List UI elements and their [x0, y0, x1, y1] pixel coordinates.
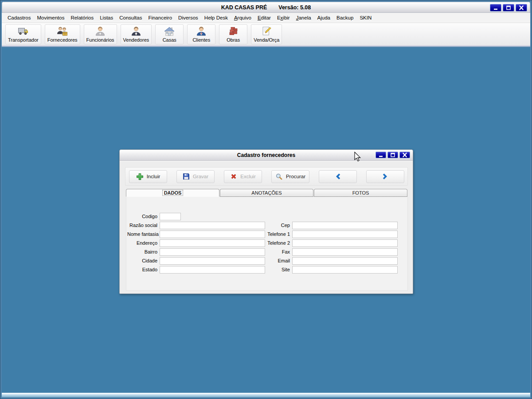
fax-input[interactable] — [292, 248, 398, 256]
close-button[interactable] — [516, 4, 527, 12]
prev-icon — [334, 172, 342, 180]
field-row-fax: Fax — [259, 247, 398, 256]
menu-item-listas[interactable]: Listas — [97, 13, 116, 23]
tab-dados[interactable]: DADOS — [126, 189, 219, 197]
cidade-input[interactable] — [160, 257, 265, 265]
toolbar-button-vendedores[interactable]: Vendedores — [121, 24, 152, 44]
tab-page-dados: CodigoRazão socialNome fantasiaEndereçoB… — [126, 197, 408, 291]
maximize-button[interactable] — [503, 4, 514, 12]
codigo-input[interactable] — [160, 213, 181, 220]
menu-item-relatorios[interactable]: Relatórios — [67, 13, 97, 23]
field-row-cidade: Cidade — [127, 256, 265, 265]
field-row-codigo: Codigo — [127, 212, 265, 221]
menu-item-editar[interactable]: Editar — [254, 13, 274, 23]
toolbar-button-fornecedores[interactable]: Fornecedores — [45, 24, 80, 44]
toolbar: TransportadorFornecedoresFuncionáriosVen… — [2, 23, 530, 47]
field-row-cep: Cep — [259, 221, 398, 230]
toolbar-button-clientes[interactable]: Clientes — [187, 24, 215, 44]
tab-label: DADOS — [163, 190, 183, 196]
menu-item-diversos[interactable]: Diversos — [175, 13, 201, 23]
fields-column-right: CepTelefone 1Telefone 2FaxEmailSite — [259, 221, 398, 274]
client-icon — [196, 26, 207, 37]
button-label: Excluir — [240, 174, 256, 179]
close-icon — [518, 5, 524, 11]
app-title-group: KAD CASAS PRÉ Versão: 5.08 — [221, 4, 311, 11]
next-button[interactable] — [366, 170, 404, 183]
search-icon — [275, 173, 283, 180]
estado-input[interactable] — [160, 266, 265, 274]
field-row-endereco: Endereço — [127, 239, 265, 247]
site-input[interactable] — [292, 266, 398, 274]
field-label-site: Site — [259, 267, 292, 272]
field-label-codigo: Codigo — [127, 214, 160, 219]
field-row-email: Email — [259, 256, 398, 265]
window-bottom-edge — [2, 393, 530, 397]
cep-input[interactable] — [292, 222, 398, 229]
sale-quote-icon — [261, 26, 272, 37]
endereco-input[interactable] — [160, 239, 265, 247]
menu-item-skin[interactable]: SKIN — [356, 13, 375, 23]
minimize-button[interactable] — [376, 152, 386, 158]
email-input[interactable] — [292, 257, 398, 265]
menu-item-ajuda[interactable]: Ajuda — [314, 13, 333, 23]
menu-item-arquivo[interactable]: Arquivo — [231, 13, 254, 23]
field-row-estado: Estado — [127, 265, 265, 274]
menu-item-backup[interactable]: Backup — [333, 13, 356, 23]
toolbar-button-label: Casas — [163, 37, 176, 43]
app-version: Versão: 5.08 — [278, 4, 311, 11]
field-row-razao-social: Razão social — [127, 221, 265, 230]
close-button[interactable] — [399, 152, 410, 158]
incluir-button[interactable]: Incluir — [129, 170, 167, 183]
toolbar-button-transportador[interactable]: Transportador — [5, 24, 41, 44]
dialog-titlebar[interactable]: Cadastro fornecedores — [120, 150, 413, 161]
field-label-cep: Cep — [259, 223, 292, 228]
maximize-button[interactable] — [387, 152, 398, 158]
menu-item-help-desk[interactable]: Help Desk — [201, 13, 231, 23]
maximize-icon — [505, 5, 512, 11]
app-title: KAD CASAS PRÉ — [221, 4, 267, 11]
telefone-2-input[interactable] — [292, 239, 398, 247]
gravar-button: Gravar — [176, 170, 215, 183]
dialog-window-controls — [376, 152, 410, 158]
button-label: Procurar — [286, 174, 305, 179]
plus-icon — [136, 173, 144, 180]
menu-bar: CadastrosMovimentosRelatóriosListasConsu… — [2, 13, 530, 23]
toolbar-button-label: Fornecedores — [47, 37, 78, 43]
menu-item-cadastros[interactable]: Cadastros — [4, 13, 34, 23]
toolbar-button-funcionarios[interactable]: Funcionários — [84, 24, 117, 44]
bairro-input[interactable] — [160, 248, 265, 256]
nome-fantasia-input[interactable] — [160, 231, 265, 238]
menu-item-exibir[interactable]: Exibir — [274, 13, 293, 23]
field-label-cidade: Cidade — [127, 258, 160, 263]
menu-item-movimentos[interactable]: Movimentos — [34, 13, 67, 23]
app-window: KAD CASAS PRÉ Versão: 5.08 CadastrosMovi… — [0, 0, 532, 399]
toolbar-button-casas[interactable]: Casas — [155, 24, 184, 44]
minimize-button[interactable] — [490, 4, 501, 12]
close-icon — [402, 152, 408, 158]
field-label-telefone-2: Telefone 2 — [259, 240, 292, 246]
field-label-estado: Estado — [127, 267, 160, 272]
field-row-bairro: Bairro — [127, 247, 265, 256]
dialog-cadastro-fornecedores: Cadastro fornecedores IncluirGravarExclu… — [119, 149, 413, 294]
next-icon — [381, 172, 389, 180]
prev-button[interactable] — [319, 170, 357, 183]
procurar-button[interactable]: Procurar — [271, 170, 309, 183]
tab-fotos[interactable]: FOTOS — [314, 189, 407, 197]
tab-anotacoes[interactable]: ANOTAÇÕES — [220, 189, 313, 197]
toolbar-button-venda-orca[interactable]: Venda/Orça — [251, 24, 282, 44]
maximize-icon — [390, 152, 396, 158]
razao-social-input[interactable] — [160, 222, 265, 229]
employee-icon — [95, 26, 106, 37]
menu-item-financeiro[interactable]: Financeiro — [145, 13, 175, 23]
dialog-title: Cadastro fornecedores — [237, 152, 295, 158]
toolbar-button-label: Venda/Orça — [254, 37, 279, 43]
field-label-nome-fantasia: Nome fantasia — [127, 231, 160, 237]
field-row-nome-fantasia: Nome fantasia — [127, 230, 265, 239]
toolbar-button-label: Funcionários — [86, 37, 114, 43]
menu-item-consultas[interactable]: Consultas — [116, 13, 145, 23]
telefone-1-input[interactable] — [292, 231, 398, 238]
menu-item-janela[interactable]: Janela — [293, 13, 314, 23]
main-titlebar[interactable]: KAD CASAS PRÉ Versão: 5.08 — [2, 2, 530, 13]
toolbar-button-obras[interactable]: Obras — [219, 24, 247, 44]
field-row-telefone-2: Telefone 2 — [259, 239, 398, 247]
